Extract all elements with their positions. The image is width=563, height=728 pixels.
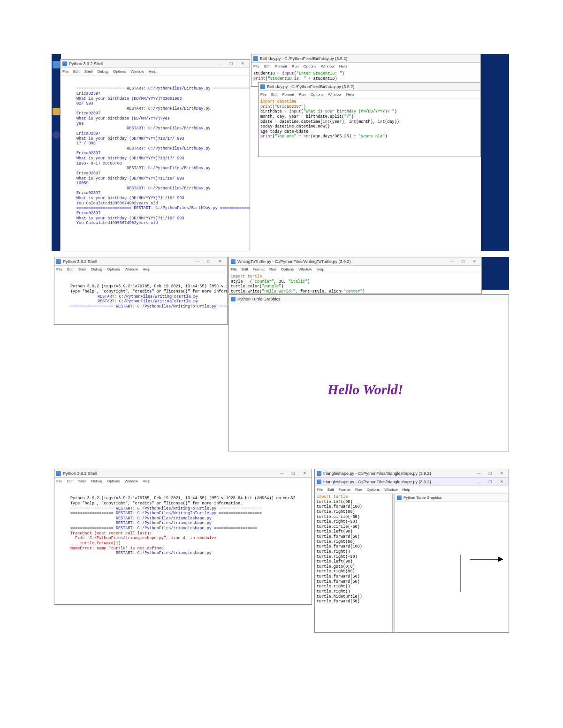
menu-window[interactable]: Window [125, 267, 138, 271]
menu-edit[interactable]: Edit [271, 92, 278, 97]
maximize-button[interactable]: ▢ [288, 470, 298, 477]
menu-shell[interactable]: Shell [84, 69, 93, 74]
menu-file[interactable]: File [317, 488, 323, 492]
menu-options[interactable]: Options [304, 64, 317, 68]
menu-file[interactable]: File [56, 479, 62, 483]
titlebar[interactable]: Python 3.9.2 Shell — ▢ ✕ [61, 60, 250, 68]
close-button[interactable]: ✕ [496, 479, 507, 485]
maximize-button[interactable]: ▢ [204, 258, 214, 265]
menu-window[interactable]: Window [384, 488, 397, 492]
menubar[interactable]: File Edit Format Run Options Window Help [251, 63, 480, 70]
maximize-button[interactable]: ▢ [458, 258, 468, 265]
menu-options[interactable]: Options [367, 488, 380, 492]
shell-output[interactable]: Python 3.9.2 (tags/v3.9.2:1a79785, Feb 1… [54, 485, 312, 567]
shell-window-2[interactable]: Python 3.9.2 Shell — ▢ ✕ File Edit Shell… [54, 257, 228, 325]
close-button[interactable]: ✕ [237, 60, 248, 67]
menu-file[interactable]: File [253, 64, 259, 68]
menu-debug[interactable]: Debug [97, 69, 108, 74]
chrome-icon[interactable] [53, 131, 60, 139]
code-body[interactable]: studentID = input("Enter StudentID: ")pr… [251, 70, 480, 82]
menu-edit[interactable]: Edit [67, 267, 74, 271]
menu-file[interactable]: File [62, 69, 68, 74]
titlebar[interactable]: Python Turtle Graphics [395, 494, 509, 502]
minimize-button[interactable]: — [474, 470, 484, 477]
menu-help[interactable]: Help [143, 479, 150, 483]
menu-debug[interactable]: Debug [91, 267, 102, 271]
menu-edit[interactable]: Edit [73, 69, 80, 74]
close-button[interactable]: ✕ [469, 258, 479, 265]
maximize-button[interactable]: ▢ [226, 60, 236, 67]
minimize-button[interactable]: — [277, 470, 287, 477]
menu-shell[interactable]: Shell [78, 267, 87, 271]
code-body[interactable]: import turtlestyle = ("Courier", 30, "it… [229, 273, 481, 293]
menu-file[interactable]: File [56, 267, 62, 271]
titlebar[interactable]: Python 3.9.2 Shell — ▢ ✕ [54, 257, 227, 266]
menu-help[interactable]: Help [346, 92, 354, 97]
menu-window[interactable]: Window [298, 267, 312, 271]
close-button[interactable]: ✕ [496, 470, 507, 477]
editor-window-writingtoturtle[interactable]: WritingToTurtle.py - C:/PythonFiles/Writ… [228, 257, 482, 293]
menubar[interactable]: File Edit Format Run Options Window Help [229, 266, 481, 273]
desktop-shortcut-icon[interactable] [53, 61, 60, 68]
menu-edit[interactable]: Edit [242, 267, 248, 271]
menu-debug[interactable]: Debug [91, 479, 102, 483]
editor-window-birthday[interactable]: Birthday.py - C:/PythonFiles/Birthday.py… [258, 82, 481, 157]
menu-help[interactable]: Help [339, 64, 347, 68]
menu-format[interactable]: Format [339, 488, 350, 492]
menu-options[interactable]: Options [113, 69, 126, 74]
menu-edit[interactable]: Edit [264, 64, 271, 68]
menu-window[interactable]: Window [125, 479, 138, 483]
titlebar[interactable]: Birthday.py - C:/PythonFiles/Birthday.py… [251, 54, 480, 63]
menubar[interactable]: File Edit Format Run Options Window Help [259, 91, 480, 98]
maximize-button[interactable]: ▢ [485, 470, 495, 477]
close-button[interactable]: ✕ [215, 258, 225, 265]
menu-run[interactable]: Run [292, 64, 299, 68]
minimize-button[interactable]: — [447, 258, 457, 265]
shell-window-1[interactable]: Python 3.9.2 Shell — ▢ ✕ File Edit Shell… [60, 59, 250, 251]
maximize-button[interactable]: ▢ [485, 479, 495, 485]
menu-help[interactable]: Help [403, 488, 410, 492]
menu-file[interactable]: File [260, 92, 266, 97]
minimize-button[interactable]: — [474, 479, 484, 485]
menu-run[interactable]: Run [355, 488, 362, 492]
menu-window[interactable]: Window [131, 69, 144, 74]
editor-window-triangleshape[interactable]: triangleshape.py - C:/PythonFiles/triang… [314, 469, 509, 633]
minimize-button[interactable]: — [192, 258, 203, 265]
menu-format[interactable]: Format [275, 64, 287, 68]
menu-options[interactable]: Options [107, 479, 120, 483]
menu-help[interactable]: Help [143, 267, 150, 271]
menu-format[interactable]: Format [282, 92, 294, 97]
menu-file[interactable]: File [231, 267, 237, 271]
menu-help[interactable]: Help [317, 267, 324, 271]
menu-run[interactable]: Run [299, 92, 306, 97]
turtle-graphics-window[interactable]: Python Turtle Graphics Hello World! [228, 294, 509, 451]
code-body[interactable]: import datetimeprint("Erica02397")birthd… [259, 98, 480, 140]
menu-help[interactable]: Help [149, 69, 156, 74]
titlebar[interactable]: triangleshape.py - C:/PythonFiles/triang… [315, 469, 509, 478]
menubar[interactable]: File Edit Format Run Options Window Help [315, 486, 509, 494]
menu-edit[interactable]: Edit [327, 488, 334, 492]
menu-options[interactable]: Options [281, 267, 294, 271]
menu-edit[interactable]: Edit [67, 479, 74, 483]
close-button[interactable]: ✕ [299, 470, 310, 477]
menu-window[interactable]: Window [328, 92, 341, 97]
menu-options[interactable]: Options [311, 92, 324, 97]
titlebar[interactable]: Python 3.9.2 Shell — ▢ ✕ [54, 469, 312, 478]
menu-options[interactable]: Options [107, 267, 120, 271]
menubar[interactable]: File Edit Shell Debug Options Window Hel… [61, 68, 250, 75]
menu-run[interactable]: Run [269, 267, 276, 271]
titlebar[interactable]: Birthday.py - C:/PythonFiles/Birthday.py… [259, 83, 480, 91]
titlebar[interactable]: Python Turtle Graphics [229, 295, 509, 303]
menubar[interactable]: File Edit Shell Debug Options Window Hel… [54, 266, 227, 273]
menu-format[interactable]: Format [253, 267, 265, 271]
code-body[interactable]: import turtleturtle.left(90)turtle.forwa… [315, 494, 392, 632]
menu-window[interactable]: Window [321, 64, 334, 68]
desktop-shortcut-icon[interactable] [53, 108, 60, 115]
minimize-button[interactable]: — [215, 60, 225, 67]
shell-output[interactable]: Python 3.9.2 (tags/v3.9.2:1a79785, Feb 1… [54, 273, 227, 320]
menu-shell[interactable]: Shell [78, 479, 87, 483]
shell-output[interactable]: ==================== RESTART: C:/PythonF… [61, 75, 250, 237]
shell-window-3[interactable]: Python 3.9.2 Shell — ▢ ✕ File Edit Shell… [54, 469, 312, 605]
titlebar[interactable]: WritingToTurtle.py - C:/PythonFiles/Writ… [229, 257, 481, 266]
menubar[interactable]: File Edit Shell Debug Options Window Hel… [54, 478, 312, 485]
